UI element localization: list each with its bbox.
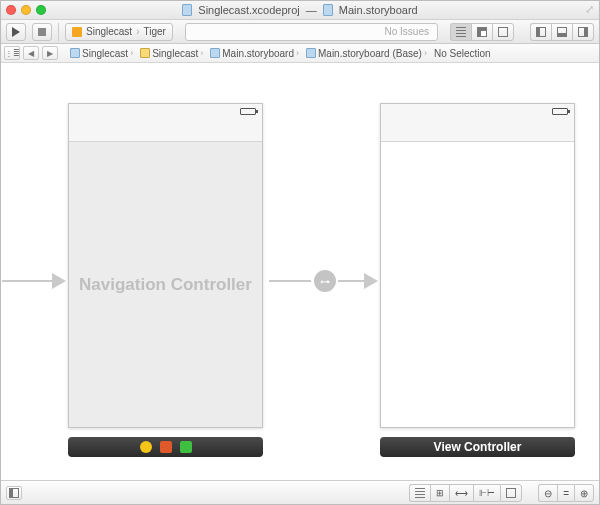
standard-editor-icon [456, 27, 466, 37]
resolve-icon: ⟷ [455, 488, 468, 498]
window-title-left: Singlecast.xcodeproj [198, 4, 300, 16]
resizing-icon: ⊩⊢ [479, 488, 495, 498]
jump-bar: ⋮≣ ◀ ▶ Singlecast› Singlecast› Main.stor… [0, 44, 600, 63]
chevron-right-icon: › [424, 48, 427, 58]
scene-owner-icon[interactable] [140, 441, 152, 453]
segue-icon: ⊶ [320, 276, 330, 287]
toggle-navigator-button[interactable] [530, 23, 551, 41]
play-icon [12, 27, 20, 37]
project-icon [70, 48, 80, 58]
breadcrumb-selection[interactable]: No Selection [432, 48, 493, 59]
standard-editor-button[interactable] [450, 23, 471, 41]
breadcrumb-localization[interactable]: Main.storyboard (Base)› [304, 48, 429, 59]
view-controller-scene[interactable] [380, 103, 575, 428]
breadcrumb-file[interactable]: Main.storyboard› [208, 48, 301, 59]
go-back-button[interactable]: ◀ [23, 46, 39, 60]
embed-button[interactable] [500, 484, 522, 502]
document-outline-toggle[interactable] [6, 486, 22, 500]
version-editor-button[interactable] [492, 23, 514, 41]
zoom-actual-button[interactable]: = [557, 484, 574, 502]
toggle-debug-area-button[interactable] [551, 23, 572, 41]
zoom-in-button[interactable]: ⊕ [574, 484, 594, 502]
window-title-right: Main.storyboard [339, 4, 418, 16]
breadcrumb-label: No Selection [434, 48, 491, 59]
main-toolbar: Singlecast › Tiger No Issues [0, 20, 600, 44]
breadcrumb-project[interactable]: Singlecast› [68, 48, 135, 59]
arrow-head-icon [364, 273, 378, 289]
fullscreen-icon[interactable]: ⤢ [585, 3, 594, 16]
pin-icon: ⊞ [436, 488, 444, 498]
scene-status-bar [381, 104, 574, 142]
toolbar-separator [58, 23, 59, 41]
close-window-button[interactable] [6, 5, 16, 15]
align-button[interactable] [409, 484, 430, 502]
panel-toggle-group [530, 23, 594, 41]
first-responder-icon[interactable] [160, 441, 172, 453]
zoom-group: ⊖ = ⊕ [538, 484, 594, 502]
layout-tools-group: ⊞ ⟷ ⊩⊢ [409, 484, 522, 502]
relationship-segue[interactable]: ⊶ [314, 270, 336, 292]
file-icon [210, 48, 220, 58]
resizing-button[interactable]: ⊩⊢ [473, 484, 500, 502]
pin-button[interactable]: ⊞ [430, 484, 449, 502]
scheme-name: Singlecast [86, 26, 132, 37]
related-items-button[interactable]: ⋮≣ [4, 46, 20, 60]
assistant-editor-button[interactable] [471, 23, 492, 41]
canvas-bottom-bar: ⊞ ⟷ ⊩⊢ ⊖ = ⊕ [0, 480, 600, 505]
assistant-editor-icon [477, 27, 487, 37]
toggle-utilities-button[interactable] [572, 23, 594, 41]
related-items-icon: ⋮≣ [5, 49, 20, 58]
navigation-controller-dock[interactable] [68, 437, 263, 457]
battery-icon [552, 108, 568, 115]
project-file-icon [182, 4, 192, 16]
status-text: No Issues [385, 26, 429, 37]
view-controller-dock[interactable]: View Controller [380, 437, 575, 457]
arrow-head-icon [52, 273, 66, 289]
window-title-sep: — [306, 4, 317, 16]
version-editor-icon [498, 27, 508, 37]
right-panel-icon [578, 27, 588, 37]
scheme-destination: Tiger [143, 26, 165, 37]
chevron-right-icon: › [130, 48, 133, 58]
scene-body: Navigation Controller [69, 142, 262, 427]
zoom-window-button[interactable] [36, 5, 46, 15]
zoom-out-button[interactable]: ⊖ [538, 484, 557, 502]
go-forward-button[interactable]: ▶ [42, 46, 58, 60]
chevron-right-icon: › [200, 48, 203, 58]
breadcrumb-label: Main.storyboard [222, 48, 294, 59]
chevron-right-icon: › [296, 48, 299, 58]
run-button[interactable] [6, 23, 26, 41]
breadcrumb-label: Main.storyboard (Base) [318, 48, 422, 59]
scheme-selector[interactable]: Singlecast › Tiger [65, 23, 173, 41]
forward-icon: ▶ [47, 49, 53, 58]
outline-icon [9, 488, 19, 498]
zoom-in-icon: ⊕ [580, 488, 588, 499]
segue-arrow-left [269, 273, 311, 289]
storyboard-canvas[interactable]: Navigation Controller ⊶ View Controller [0, 63, 600, 460]
breadcrumb-label: Singlecast [152, 48, 198, 59]
exit-icon[interactable] [180, 441, 192, 453]
view-controller-dock-label: View Controller [434, 440, 522, 454]
resolve-issues-button[interactable]: ⟷ [449, 484, 473, 502]
minimize-window-button[interactable] [21, 5, 31, 15]
editor-mode-group [450, 23, 514, 41]
breadcrumb-folder[interactable]: Singlecast› [138, 48, 205, 59]
activity-status-bar: No Issues [185, 23, 438, 41]
bottom-panel-icon [557, 27, 567, 37]
file-icon [306, 48, 316, 58]
back-icon: ◀ [28, 49, 34, 58]
traffic-lights [6, 5, 46, 15]
navigation-controller-scene[interactable]: Navigation Controller [68, 103, 263, 428]
initial-scene-arrow[interactable] [2, 273, 66, 289]
stop-icon [38, 28, 46, 36]
zoom-actual-icon: = [563, 488, 569, 499]
embed-icon [506, 488, 516, 498]
stop-button[interactable] [32, 23, 52, 41]
breadcrumb-label: Singlecast [82, 48, 128, 59]
battery-icon [240, 108, 256, 115]
zoom-out-icon: ⊖ [544, 488, 552, 499]
window-titlebar: Singlecast.xcodeproj — Main.storyboard ⤢ [0, 0, 600, 20]
scheme-app-icon [72, 27, 82, 37]
arrow-line [338, 280, 364, 282]
navigation-controller-placeholder: Navigation Controller [79, 275, 252, 295]
